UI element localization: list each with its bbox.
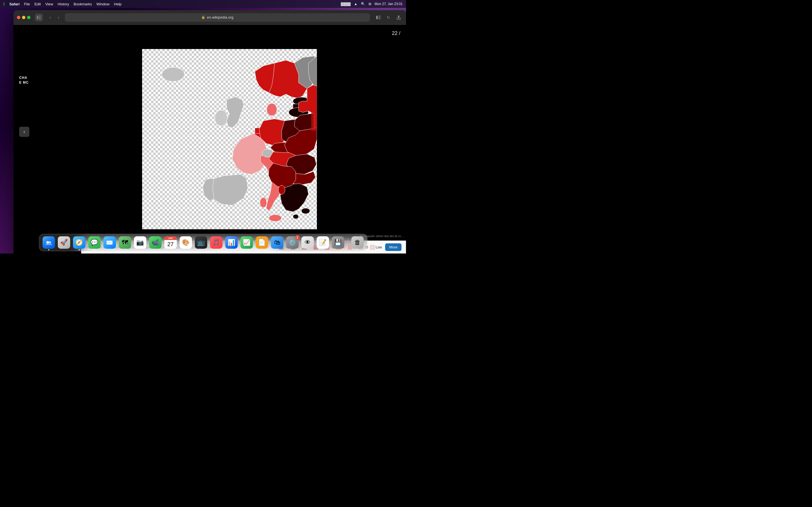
dock: 🚀 🧭 💬 ✉️ 🗺 (0, 234, 406, 252)
svg-rect-1 (39, 16, 41, 16)
dock-item-safari[interactable]: 🧭 (72, 236, 86, 249)
address-bar[interactable]: 🔒 en.wikipedia.org (65, 13, 370, 22)
menubar:  Safari File Edit View History Bookmark… (0, 0, 406, 8)
left-panel-text: CHA E MC (19, 75, 29, 85)
fullscreen-button[interactable] (27, 16, 31, 19)
datetime-display: Mon 27. Jan 23:01 (375, 2, 403, 6)
svg-rect-6 (378, 17, 380, 18)
safari-window: ‹ › 🔒 en.wikipedia.org ↻ (13, 10, 406, 253)
edit-menu[interactable]: Edit (35, 2, 41, 6)
left-panel: CHA E MC (13, 25, 81, 253)
view-menu[interactable]: View (45, 2, 53, 6)
dock-item-facetime[interactable]: 📹 (149, 236, 162, 249)
safari-toolbar: ‹ › 🔒 en.wikipedia.org ↻ (13, 10, 406, 25)
dock-item-maps[interactable]: 🗺 (118, 236, 132, 249)
dock-item-systemprefs[interactable]: ⚙️ 1 (286, 236, 299, 249)
lock-icon: 🔒 (201, 15, 205, 19)
dock-item-finder[interactable] (42, 236, 56, 249)
svg-point-14 (269, 215, 282, 221)
dock-item-mail[interactable]: ✉️ (103, 236, 116, 249)
svg-rect-22 (311, 89, 317, 131)
dock-item-trash[interactable]: 🗑 (351, 236, 364, 249)
dock-item-diskutil[interactable]: 💾 (331, 236, 345, 249)
back-nav-button[interactable]: ‹ (46, 13, 54, 21)
file-menu[interactable]: File (24, 2, 30, 6)
svg-point-20 (293, 214, 299, 219)
main-content: 22 / (81, 25, 406, 253)
svg-rect-7 (378, 18, 380, 19)
dock-item-keynote[interactable]: 📊 (225, 236, 238, 249)
dock-item-textedit[interactable]: 📝 (316, 236, 329, 249)
reader-view-button[interactable] (374, 13, 382, 21)
back-overlay-button[interactable]: ‹ (19, 127, 29, 137)
help-menu[interactable]: Help (114, 2, 121, 6)
svg-rect-4 (376, 16, 378, 19)
apple-menu[interactable]:  (3, 2, 5, 6)
dock-item-preview[interactable]: 👁 (301, 236, 314, 249)
calendar-day: 27 (164, 240, 177, 249)
dock-item-music[interactable]: 🎵 (209, 236, 223, 249)
svg-rect-2 (39, 17, 41, 18)
wifi-icon: ▲ (354, 2, 357, 6)
svg-point-9 (215, 110, 227, 126)
control-center-icon[interactable]: ⊞ (368, 2, 371, 6)
reload-button[interactable]: ↻ (385, 13, 393, 21)
svg-rect-5 (378, 16, 380, 16)
svg-rect-0 (37, 16, 38, 19)
app-name-menu[interactable]: Safari (9, 2, 19, 6)
minimize-button[interactable] (22, 16, 26, 19)
history-menu[interactable]: History (58, 2, 69, 6)
calendar-month: JAN (164, 236, 177, 240)
dock-item-appstore[interactable]: 🛍 (270, 236, 284, 249)
search-icon[interactable]: 🔍 (361, 2, 365, 6)
nav-buttons: ‹ › (46, 13, 63, 21)
bookmarks-menu[interactable]: Bookmarks (73, 2, 92, 6)
dock-item-calendar[interactable]: JAN 27 (164, 236, 177, 249)
close-button[interactable] (17, 16, 20, 19)
svg-point-13 (260, 198, 267, 208)
svg-rect-25 (45, 244, 52, 245)
sidebar-toggle-button[interactable] (35, 13, 43, 21)
dock-separator (348, 238, 348, 249)
toolbar-actions: ↻ (374, 13, 403, 21)
page-number: 22 / (392, 31, 400, 36)
svg-point-10 (267, 103, 277, 116)
svg-point-8 (162, 67, 185, 81)
forward-nav-button[interactable]: › (55, 13, 63, 21)
holocaust-map-svg (142, 49, 317, 229)
svg-point-24 (49, 241, 51, 244)
dock-item-messages[interactable]: 💬 (88, 236, 101, 249)
traffic-lights (17, 16, 31, 19)
svg-point-19 (301, 208, 310, 214)
url-display: en.wikipedia.org (207, 15, 234, 19)
svg-rect-3 (39, 18, 41, 19)
map-container (81, 25, 378, 253)
systemprefs-badge: 1 (295, 235, 300, 240)
dock-item-pages[interactable]: 📄 (255, 236, 269, 249)
dock-item-freeform[interactable]: 🎨 (179, 236, 193, 249)
map-wrapper (142, 49, 317, 229)
dock-item-launchpad[interactable]: 🚀 (57, 236, 71, 249)
dock-item-appletv[interactable]: 📺 (194, 236, 208, 249)
share-button[interactable] (395, 13, 403, 21)
safari-content: CHA E MC ‹ 22 / (13, 25, 406, 253)
battery-icon: ▓▓▓▓ (341, 2, 351, 6)
dock-container: 🚀 🧭 💬 ✉️ 🗺 (39, 234, 367, 251)
svg-point-21 (278, 185, 285, 194)
window-menu[interactable]: Window (96, 2, 109, 6)
dock-item-numbers[interactable]: 📈 (240, 236, 253, 249)
dock-item-photos[interactable]: 📷 (133, 236, 147, 249)
